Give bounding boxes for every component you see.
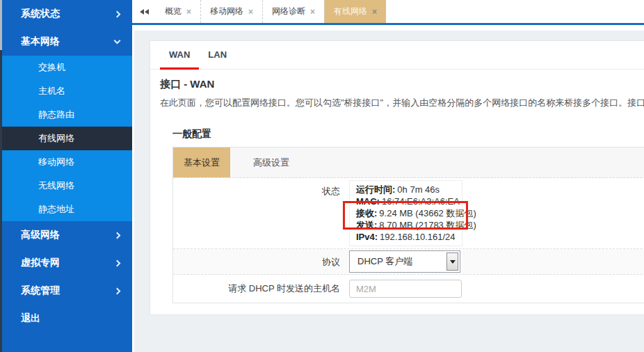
hostname-label: 请求 DHCP 时发送的主机名 xyxy=(173,275,349,303)
sidebar-item-logout[interactable]: 退出 xyxy=(0,305,132,333)
sidebar-item-label: 主机名 xyxy=(38,85,65,97)
sidebar-item-label: 无线网络 xyxy=(38,179,74,192)
page-description: 在此页面，您可以配置网络接口。您可以勾选"桥接接口"，并输入由空格分隔的多个网络… xyxy=(160,97,644,109)
sidebar-item-static-routes[interactable]: 静态路由 xyxy=(0,103,132,127)
sidebar-item-system-management[interactable]: 系统管理 xyxy=(0,277,132,305)
sidebar-item-label: 移动网络 xyxy=(38,156,74,168)
chevron-right-icon xyxy=(114,232,121,239)
sidebar-item-label: 系统管理 xyxy=(21,285,115,297)
close-icon[interactable]: × xyxy=(248,8,253,16)
page-title: 接口 - WAN xyxy=(160,78,644,91)
sidebar-item-vpn[interactable]: 虚拟专网 xyxy=(0,249,132,277)
sidebar-item-label: 退出 xyxy=(21,312,120,325)
tab-label: 网络诊断 xyxy=(272,6,305,17)
sidebar-item-static-address[interactable]: 静态地址 xyxy=(0,198,132,221)
general-config-fieldset: 基本设置 高级设置 状态 运行时间:0h 7m 46s MAC:16:74:E xyxy=(172,147,644,303)
double-left-arrow-icon xyxy=(140,9,144,15)
status-field-value: 192.168.10.161/24 xyxy=(380,232,455,242)
main-area: 概览 × 移动网络 × 网络诊断 × 有线网络 × WAN LAN xyxy=(132,0,644,352)
sidebar-item-advanced-network[interactable]: 高级网络 xyxy=(0,221,132,249)
status-field-name: 发送: xyxy=(356,220,377,230)
basic-network-submenu: 交换机 主机名 静态路由 有线网络 移动网络 无线网络 静态地址 xyxy=(0,56,132,221)
status-field-name: 接收: xyxy=(356,208,377,218)
left-scrollbar[interactable] xyxy=(0,0,2,352)
protocol-selected-value: DHCP 客户端 xyxy=(357,255,412,268)
tab-label: 基本设置 xyxy=(184,157,220,169)
sidebar-item-switch[interactable]: 交换机 xyxy=(0,56,132,79)
tab-mobile-network[interactable]: 移动网络 × xyxy=(200,0,262,23)
close-icon[interactable]: × xyxy=(372,8,377,16)
open-tabs-bar: 概览 × 移动网络 × 网络诊断 × 有线网络 × xyxy=(132,0,644,25)
sidebar-item-mobile-network[interactable]: 移动网络 xyxy=(0,150,132,174)
status-field-name: 运行时间: xyxy=(356,184,395,195)
protocol-row: 协议 DHCP 客户端 xyxy=(173,249,644,275)
sidebar-item-basic-network[interactable]: 基本网络 xyxy=(0,28,132,56)
chevron-right-icon xyxy=(114,259,121,266)
chevron-right-icon xyxy=(114,10,121,17)
tab-basic-settings[interactable]: 基本设置 xyxy=(173,147,230,177)
tab-label: 高级设置 xyxy=(253,157,289,169)
status-label: 状态 xyxy=(173,180,349,246)
sidebar-item-wireless-network[interactable]: 无线网络 xyxy=(0,174,132,198)
interface-card: WAN LAN 接口 - WAN 在此页面，您可以配置网络接口。您可以勾选"桥接… xyxy=(150,40,644,315)
status-uptime: 运行时间:0h 7m 46s xyxy=(356,184,456,195)
protocol-label: 协议 xyxy=(173,249,349,275)
content-workarea: WAN LAN 接口 - WAN 在此页面，您可以配置网络接口。您可以勾选"桥接… xyxy=(134,31,644,352)
close-icon[interactable]: × xyxy=(310,8,315,16)
status-field-name: IPv4: xyxy=(356,232,378,242)
status-row: 状态 运行时间:0h 7m 46s MAC:16:74:E6:A3:A6:EA … xyxy=(173,178,644,249)
dropdown-arrow-icon xyxy=(450,260,456,264)
section-title: 一般配置 xyxy=(172,128,644,141)
status-field-value: 8.70 MB (21783 数据包) xyxy=(379,220,476,230)
hostname-row: 请求 DHCP 时发送的主机名 xyxy=(173,275,644,303)
sidebar-item-label: 交换机 xyxy=(38,61,65,74)
sidebar-item-label: 虚拟专网 xyxy=(21,257,115,269)
dropdown-button[interactable] xyxy=(446,253,458,271)
protocol-select[interactable]: DHCP 客户端 xyxy=(349,250,460,273)
tab-label: 概览 xyxy=(165,6,182,17)
status-rx: 接收:9.24 MB (43662 数据包) xyxy=(356,207,456,219)
sidebar-item-label: 有线网络 xyxy=(38,132,74,145)
sidebar-item-label: 系统状态 xyxy=(21,8,115,20)
sidebar-nav: 系统状态 基本网络 交换机 主机名 静态路由 有线网络 移动网络 无线网络 静态… xyxy=(0,0,132,352)
status-box: 运行时间:0h 7m 46s MAC:16:74:E6:A3:A6:EA 接收:… xyxy=(349,180,462,246)
sidebar-item-system-status[interactable]: 系统状态 xyxy=(0,0,132,28)
double-left-arrow-icon xyxy=(145,9,149,15)
status-ipv4: IPv4:192.168.10.161/24 xyxy=(356,231,456,243)
status-field-name: MAC: xyxy=(356,196,380,207)
sidebar-item-label: 基本网络 xyxy=(21,35,115,48)
tab-label: LAN xyxy=(208,49,227,60)
tab-advanced-settings[interactable]: 高级设置 xyxy=(230,147,312,177)
router-admin-page: { "colors": { "sidebar_blue": "#1164c2",… xyxy=(0,0,644,352)
tab-wan[interactable]: WAN xyxy=(160,41,199,70)
scrollbar-thumb[interactable] xyxy=(0,0,2,50)
sidebar-item-hostname[interactable]: 主机名 xyxy=(0,79,132,103)
status-field-value: 9.24 MB (43662 数据包) xyxy=(379,208,476,218)
sidebar-item-label: 静态地址 xyxy=(38,203,74,216)
chevron-down-icon xyxy=(114,38,121,45)
tab-wired-network[interactable]: 有线网络 × xyxy=(324,0,386,23)
chevron-right-icon xyxy=(114,287,121,294)
hostname-input[interactable] xyxy=(349,280,462,298)
tab-label: 有线网络 xyxy=(334,6,367,17)
status-field-value: 0h 7m 46s xyxy=(397,184,440,195)
interface-tabs: WAN LAN xyxy=(150,41,644,70)
close-icon[interactable]: × xyxy=(186,8,191,16)
tab-lan[interactable]: LAN xyxy=(199,41,236,70)
sidebar-item-wired-network[interactable]: 有线网络 xyxy=(0,127,132,150)
tab-network-diagnostics[interactable]: 网络诊断 × xyxy=(262,0,324,23)
tab-label: WAN xyxy=(169,49,190,60)
status-mac: MAC:16:74:E6:A3:A6:EA xyxy=(356,195,456,207)
collapse-tabs-button[interactable] xyxy=(132,0,156,23)
status-field-value: 16:74:E6:A3:A6:EA xyxy=(382,196,460,207)
sidebar-item-label: 高级网络 xyxy=(21,229,115,241)
sidebar-item-label: 静态路由 xyxy=(38,109,74,121)
config-tabs: 基本设置 高级设置 xyxy=(173,147,644,178)
tab-label: 移动网络 xyxy=(210,6,243,17)
status-tx: 发送:8.70 MB (21783 数据包) xyxy=(356,219,456,231)
tab-overview[interactable]: 概览 × xyxy=(156,0,200,23)
